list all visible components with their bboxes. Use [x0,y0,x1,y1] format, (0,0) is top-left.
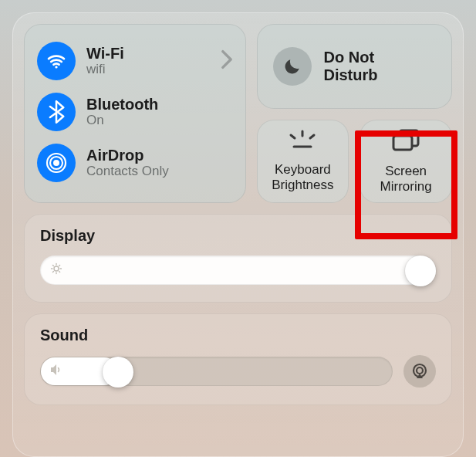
display-slider-thumb[interactable] [405,256,436,286]
wifi-text: Wi-Fi wifi [86,45,210,77]
svg-point-1 [53,160,59,166]
sound-card: Sound [24,313,452,405]
dnd-text: Do Not Disturb [324,49,378,84]
svg-rect-8 [393,136,412,150]
screen-mirroring-tile[interactable]: Screen Mirroring [360,120,452,203]
display-slider[interactable] [40,256,436,285]
sound-slider-row [40,355,436,388]
svg-point-0 [55,66,57,68]
svg-point-19 [417,367,423,374]
screen-mirroring-label: Screen Mirroring [380,164,432,194]
keyboard-brightness-tile[interactable]: Keyboard Brightness [257,120,349,203]
svg-line-17 [59,265,60,266]
top-row: Wi-Fi wifi Bluetooth On [24,24,452,203]
keyboard-brightness-label: Keyboard Brightness [272,162,333,192]
screen-mirroring-icon [390,128,421,156]
volume-low-icon [50,364,64,379]
keyboard-brightness-icon [285,130,319,154]
airdrop-text: AirDrop Contacts Only [86,147,233,179]
chevron-right-icon[interactable] [221,49,233,73]
moon-icon [273,47,312,86]
sound-title: Sound [40,327,436,344]
airdrop-label: AirDrop [86,147,233,164]
sound-slider[interactable] [40,357,393,386]
do-not-disturb-tile[interactable]: Do Not Disturb [257,24,453,109]
svg-line-15 [59,272,60,273]
dnd-label-line2: Disturb [324,66,378,84]
bluetooth-row[interactable]: Bluetooth On [37,86,233,137]
svg-line-5 [291,135,295,138]
airdrop-sub: Contacts Only [86,164,233,179]
connectivity-card: Wi-Fi wifi Bluetooth On [24,24,246,203]
airplay-audio-button[interactable] [403,355,436,388]
airdrop-icon [37,144,76,182]
bluetooth-sub: On [86,113,233,128]
wifi-sub: wifi [86,62,210,77]
bluetooth-text: Bluetooth On [86,96,233,128]
display-title: Display [40,227,436,245]
dnd-label-line1: Do Not [324,49,378,66]
bluetooth-icon [37,93,76,131]
wifi-icon [37,42,76,80]
small-tiles-row: Keyboard Brightness Screen Mirroring [257,120,453,203]
control-center-panel: Wi-Fi wifi Bluetooth On [12,12,464,457]
right-column: Do Not Disturb Keyboard Brightness [257,24,453,203]
airdrop-row[interactable]: AirDrop Contacts Only [37,137,233,188]
svg-point-9 [54,266,59,271]
brightness-low-icon [50,262,62,278]
display-card: Display [24,214,452,303]
airplay-audio-icon [410,362,429,381]
wifi-label: Wi-Fi [86,45,210,62]
wifi-row[interactable]: Wi-Fi wifi [37,36,233,86]
display-slider-row [40,256,436,285]
svg-line-14 [52,265,53,266]
sound-slider-thumb[interactable] [103,357,133,388]
svg-line-16 [52,272,53,273]
svg-line-6 [310,135,314,138]
bluetooth-label: Bluetooth [86,96,233,113]
